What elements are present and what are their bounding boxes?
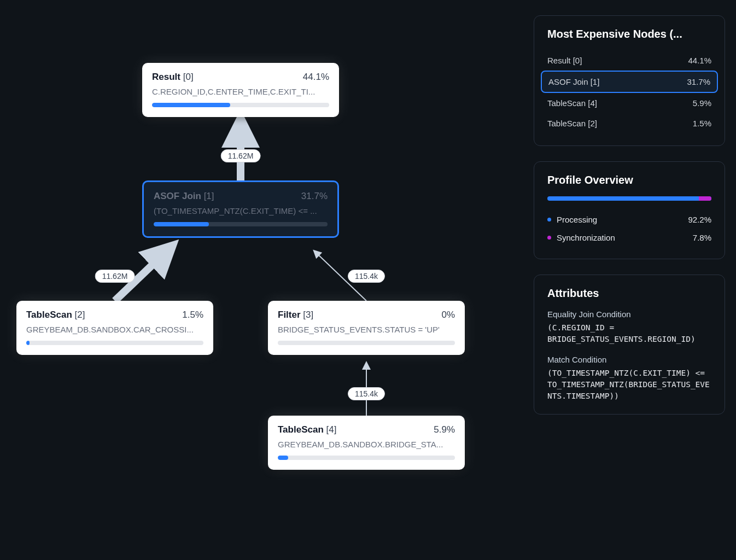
expensive-rows: Result [0]44.1%ASOF Join [1]31.7%TableSc… (547, 50, 711, 133)
profile-overview-panel: Profile Overview Processing 92.2% Synchr… (534, 161, 725, 259)
node-filter[interactable]: Filter [3] 0% BRIDGE_STATUS_EVENTS.STATU… (268, 301, 465, 355)
node-detail: GREYBEAM_DB.SANDBOX.CAR_CROSSI... (26, 325, 203, 334)
profile-sync-segment (699, 196, 711, 201)
node-tablescan-2[interactable]: TableScan [2] 1.5% GREYBEAM_DB.SANDBOX.C… (16, 301, 213, 355)
edge-label: 11.62M (95, 270, 135, 283)
node-name: TableScan (26, 310, 72, 320)
query-plan-canvas[interactable]: 11.62M 11.62M 115.4k 115.4k Result [0] 4… (0, 0, 534, 560)
legend-label: Synchronization (557, 233, 615, 242)
attribute-label: Match Condition (547, 355, 711, 364)
panel-title: Attributes (547, 287, 711, 300)
node-detail: (TO_TIMESTAMP_NTZ(C.EXIT_TIME) <= ... (154, 206, 328, 215)
edge-label: 115.4k (348, 387, 385, 400)
panel-title: Profile Overview (547, 174, 711, 186)
node-name: Result (152, 72, 180, 82)
row-label: ASOF Join [1] (548, 77, 599, 86)
dot-icon (547, 236, 551, 240)
node-index: [1] (204, 191, 214, 201)
legend-pct: 7.8% (693, 233, 711, 242)
node-progress (152, 103, 329, 107)
node-detail: GREYBEAM_DB.SANDBOX.BRIDGE_STA... (278, 440, 455, 449)
node-pct: 44.1% (303, 72, 329, 83)
node-detail: BRIDGE_STATUS_EVENTS.STATUS = 'UP' (278, 325, 455, 334)
attribute-label: Equality Join Condition (547, 310, 711, 319)
row-label: TableScan [4] (547, 98, 597, 108)
row-pct: 44.1% (688, 56, 711, 65)
row-label: TableScan [2] (547, 119, 597, 128)
expensive-nodes-panel: Most Expensive Nodes (... Result [0]44.1… (534, 15, 725, 146)
expensive-node-row[interactable]: TableScan [2]1.5% (541, 113, 718, 133)
panel-title: Most Expensive Nodes (... (547, 28, 711, 40)
legend-label: Processing (557, 215, 597, 224)
node-name: ASOF Join (154, 191, 201, 201)
attributes-list: Equality Join Condition(C.REGION_ID = BR… (547, 310, 711, 402)
row-pct: 31.7% (687, 77, 710, 86)
edge-label: 115.4k (348, 270, 385, 283)
node-detail: C.REGION_ID,C.ENTER_TIME,C.EXIT_TI... (152, 87, 329, 96)
node-progress (278, 456, 455, 460)
node-name: Filter (278, 310, 301, 320)
node-progress (278, 341, 455, 345)
expensive-node-row[interactable]: TableScan [4]5.9% (541, 93, 718, 113)
row-pct: 5.9% (693, 98, 711, 108)
attributes-panel: Attributes Equality Join Condition(C.REG… (534, 275, 725, 415)
expensive-node-row[interactable]: ASOF Join [1]31.7% (541, 71, 718, 93)
row-pct: 1.5% (693, 119, 711, 128)
node-name: TableScan (278, 424, 324, 435)
legend-synchronization: Synchronization 7.8% (547, 229, 711, 247)
node-index: [3] (303, 310, 313, 320)
node-pct: 5.9% (434, 424, 455, 435)
node-tablescan-4[interactable]: TableScan [4] 5.9% GREYBEAM_DB.SANDBOX.B… (268, 416, 465, 470)
attribute-value: (C.REGION_ID = BRIDGE_STATUS_EVENTS.REGI… (547, 322, 711, 345)
edge-label: 11.62M (221, 149, 261, 162)
node-pct: 0% (441, 310, 455, 320)
row-label: Result [0] (547, 56, 582, 65)
node-index: [2] (75, 310, 85, 320)
node-progress (26, 341, 203, 345)
expensive-node-row[interactable]: Result [0]44.1% (541, 50, 718, 71)
node-index: [4] (326, 424, 337, 435)
legend-pct: 92.2% (688, 215, 711, 224)
sidebar: Most Expensive Nodes (... Result [0]44.1… (534, 0, 736, 560)
node-result[interactable]: Result [0] 44.1% C.REGION_ID,C.ENTER_TIM… (142, 63, 339, 117)
node-progress (154, 222, 328, 226)
dot-icon (547, 218, 551, 221)
node-pct: 31.7% (301, 191, 328, 202)
attribute-value: (TO_TIMESTAMP_NTZ(C.EXIT_TIME) <= TO_TIM… (547, 368, 711, 402)
node-index: [0] (183, 72, 194, 82)
node-asof-join[interactable]: ASOF Join [1] 31.7% (TO_TIMESTAMP_NTZ(C.… (142, 180, 339, 238)
node-pct: 1.5% (182, 310, 203, 320)
profile-bar (547, 196, 711, 201)
legend-processing: Processing 92.2% (547, 211, 711, 229)
